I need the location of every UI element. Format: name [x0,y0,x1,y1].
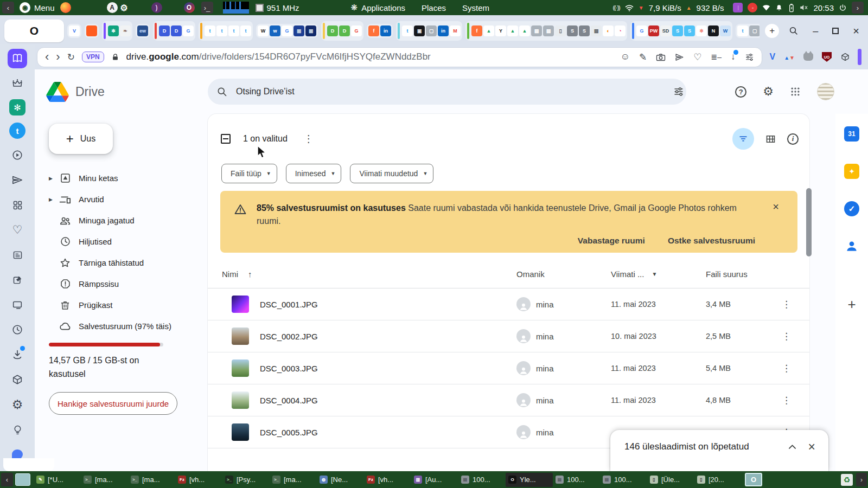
taskbar-window-button[interactable]: ▯[Üle... [647,473,694,487]
tab-favicon[interactable]: in [438,25,449,36]
tab-favicon[interactable]: ⚛ [696,25,707,36]
send-to-device-icon[interactable] [675,53,684,62]
chatgpt-icon[interactable]: ✻ [9,99,25,115]
reload-button[interactable]: ↻ [67,52,75,63]
row-more-icon[interactable]: ⋮ [782,395,791,406]
vpn-badge[interactable]: VPN [82,52,104,62]
tab-favicon[interactable]: D [159,25,170,36]
select-all-checkbox[interactable] [221,134,231,144]
extensions-cube-icon[interactable] [8,370,27,389]
extension-cube-icon[interactable] [840,52,850,62]
calendar-icon[interactable]: 31 [844,126,859,142]
page-scrollbar-thumb[interactable] [806,188,812,256]
tab-favicon[interactable] [86,25,97,36]
tray-app-icon[interactable]: ᛁ [733,3,743,12]
row-more-icon[interactable]: ⋮ [782,363,791,374]
table-row[interactable]: DSC_0004.JPG mina 11. mai 2023 4,8 MB ⋮ [208,384,809,416]
tab-favicon[interactable]: ▢ [749,25,760,36]
get-more-storage-button[interactable]: Hankige salvestusruumi juurde [49,392,177,415]
wifi-applet-icon[interactable] [762,4,770,11]
tab-favicon[interactable]: S [684,25,695,36]
tab-favicon[interactable]: D [171,25,182,36]
system-menu[interactable]: System [462,3,489,12]
sidebar-setup-tag[interactable] [858,49,861,65]
wifi-icon[interactable] [625,4,634,11]
row-more-icon[interactable]: ⋮ [782,331,791,342]
sidebar-item-storage[interactable]: Salvestusruum (97% täis) [49,316,208,337]
taskbar-window-button[interactable]: >_[ma... [81,473,128,487]
tab-favicon[interactable]: t [402,25,413,36]
extension-traffic-icon[interactable]: ▲▼ [784,52,795,62]
free-up-space-button[interactable]: Vabastage ruumi [578,236,645,246]
pinboard-icon[interactable] [8,270,27,290]
search-tool-icon[interactable]: A [107,2,118,13]
table-row[interactable]: DSC_0001.JPG mina 11. mai 2023 3,4 MB ⋮ [208,288,809,320]
tab-favicon[interactable]: N [708,25,719,36]
tray-media-icon[interactable]: ◦ [748,3,757,12]
google-apps-grid-icon[interactable] [790,86,801,97]
twitter-icon[interactable]: t [9,123,25,139]
toast-collapse-icon[interactable] [787,442,797,452]
taskbar-opera-workspace[interactable]: O [745,473,762,486]
tab-favicon[interactable]: f [368,25,379,36]
video-popout-icon[interactable] [8,295,27,314]
sidebar-item-recent[interactable]: Hiljutised [49,231,208,252]
tips-bulb-icon[interactable] [8,420,27,439]
telegram-icon[interactable] [8,170,27,190]
tab-favicon[interactable]: D [339,25,350,36]
tab-favicon[interactable]: ◐ [603,25,614,36]
tab-favicon[interactable]: G [183,25,194,36]
gears-icon[interactable]: ⚙ [119,2,130,13]
history-icon[interactable] [8,320,27,339]
search-input[interactable] [235,86,678,97]
panel-expand-right-icon[interactable]: › [852,2,864,14]
sidebar-item-shared-with-me[interactable]: Minuga jagatud [49,210,208,231]
toast-close-icon[interactable]: × [808,440,815,454]
expand-caret-icon[interactable]: ▶ [49,197,59,202]
tab-favicon[interactable]: w [270,25,280,36]
battery-icon[interactable] [788,3,795,12]
tab-favicon[interactable]: ▯ [555,25,566,36]
column-name[interactable]: Nimi [222,269,238,279]
power-icon[interactable] [839,4,847,12]
tab-favicon[interactable]: t [737,25,748,36]
share-edit-icon[interactable]: ✎ [639,52,647,63]
info-icon[interactable]: i [787,133,799,145]
table-row[interactable]: DSC_0002.JPG mina 10. mai 2023 2,5 MB ⋮ [208,320,809,352]
tab-favicon[interactable]: W [720,25,731,36]
network-signal-icon[interactable]: ((·)) [612,4,620,11]
taskbar-window-button[interactable]: ✎[*U... [34,473,81,487]
snapshot-camera-icon[interactable] [656,53,666,61]
maximize-button[interactable] [832,28,839,34]
reader-mode-icon[interactable]: ≣– [711,53,722,61]
search-icon[interactable] [216,86,227,97]
cpu-frequency-applet[interactable]: 951 MHz [256,3,299,12]
profile-avatar[interactable] [817,83,834,100]
tab-favicon[interactable]: f [471,25,482,36]
lock-icon[interactable] [111,53,119,62]
taskbar-window-button[interactable]: Fz[vh... [175,473,222,487]
ublock-origin-icon[interactable]: UO [822,52,832,62]
bookmarks-icon[interactable] [8,49,27,68]
taskbar-window-button[interactable]: ▥[Au... [411,473,458,487]
tab-favicon[interactable]: G [636,25,647,36]
tab-favicon[interactable]: V [69,25,80,36]
tasks-icon[interactable]: ✓ [844,201,859,216]
tab-favicon[interactable]: SD [660,25,671,36]
taskbar-window-button[interactable]: ▤100... [458,473,506,487]
row-more-icon[interactable]: ⋮ [782,299,791,310]
tab-favicon[interactable]: D [327,25,338,36]
notification-bell-icon[interactable] [775,4,783,12]
sidebar-item-my-drive[interactable]: ▶ Minu ketas [49,168,208,189]
places-menu[interactable]: Places [422,3,446,12]
opera-launcher-icon[interactable]: O [184,2,195,13]
taskbar-window-button[interactable]: ▯[20... [694,473,742,487]
close-button[interactable]: × [853,25,859,37]
downloads-icon[interactable] [8,345,27,364]
tab-favicon[interactable]: S [672,25,683,36]
sidebar-item-starred[interactable]: Tärniga tähistatud [49,252,208,273]
tab-favicon[interactable]: ◔ [615,25,626,36]
tab-favicon[interactable]: G [282,25,292,36]
tune-sliders-icon[interactable] [745,53,754,62]
tab-favicon[interactable]: t [205,25,215,36]
